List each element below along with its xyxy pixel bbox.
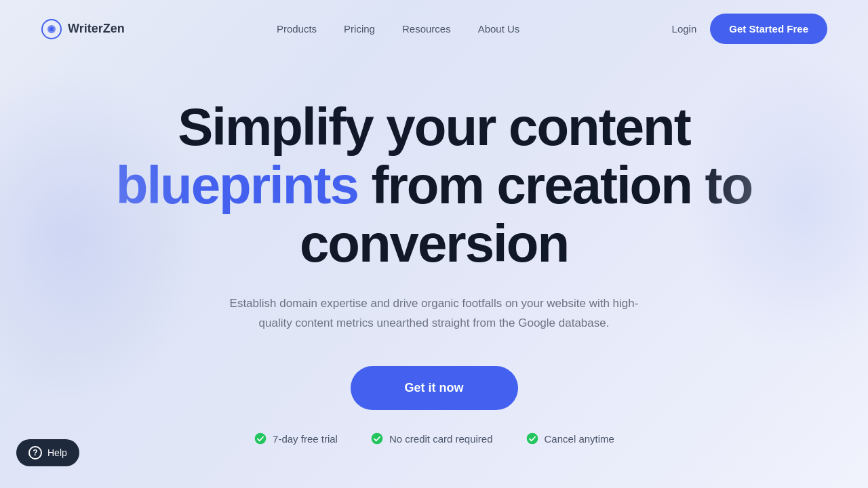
nav-right: Login Get Started Free xyxy=(672,14,827,44)
nav-links: Products Pricing Resources About Us xyxy=(277,23,519,35)
svg-point-2 xyxy=(50,27,54,31)
svg-point-5 xyxy=(526,433,538,445)
trust-label-no-card: No credit card required xyxy=(389,433,493,445)
hero-title-part1: Simplify your content xyxy=(178,97,690,157)
svg-point-4 xyxy=(372,433,383,445)
hero-subtitle: Establish domain expertise and drive org… xyxy=(217,294,651,333)
logo-icon xyxy=(41,18,62,40)
check-icon-no-card xyxy=(370,432,384,445)
nav-about[interactable]: About Us xyxy=(478,23,520,35)
logo-text: WriterZen xyxy=(68,22,125,36)
check-icon-trial xyxy=(254,432,267,445)
help-label: Help xyxy=(47,447,67,458)
hero-title: Simplify your content blueprints from cr… xyxy=(81,98,787,272)
nav-pricing[interactable]: Pricing xyxy=(344,23,375,35)
trust-item-cancel: Cancel anytime xyxy=(526,432,614,445)
svg-point-3 xyxy=(255,433,267,445)
hero-title-part2: from creation to conversion xyxy=(300,155,752,273)
help-icon: ? xyxy=(28,446,42,460)
hero-title-highlight: blueprints xyxy=(116,155,358,215)
navbar: WriterZen Products Pricing Resources Abo… xyxy=(0,0,868,58)
trust-label-cancel: Cancel anytime xyxy=(545,433,614,445)
logo[interactable]: WriterZen xyxy=(41,18,125,40)
get-started-button[interactable]: Get Started Free xyxy=(710,14,827,44)
nav-products[interactable]: Products xyxy=(277,23,317,35)
nav-resources[interactable]: Resources xyxy=(402,23,451,35)
check-icon-cancel xyxy=(526,432,539,445)
hero-section: Simplify your content blueprints from cr… xyxy=(0,58,868,472)
trust-badges: 7-day free trial No credit card required… xyxy=(254,432,614,445)
trust-item-trial: 7-day free trial xyxy=(254,432,338,445)
login-button[interactable]: Login xyxy=(672,23,697,35)
trust-item-no-card: No credit card required xyxy=(370,432,493,445)
cta-button[interactable]: Get it now xyxy=(351,366,518,410)
help-button[interactable]: ? Help xyxy=(16,439,79,466)
trust-label-trial: 7-day free trial xyxy=(273,433,338,445)
